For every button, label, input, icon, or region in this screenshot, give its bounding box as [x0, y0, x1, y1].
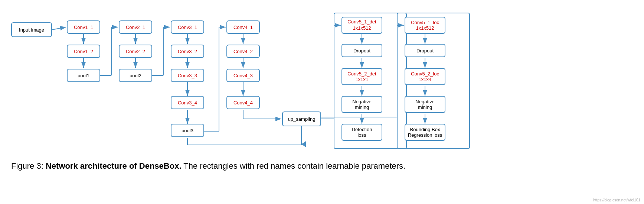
conv3-4-label: Conv3_4 [178, 100, 197, 106]
conv1-1-label: Conv1_1 [74, 25, 93, 30]
figure-label: Figure 3: [11, 161, 43, 171]
conv1-2-label: Conv1_2 [74, 49, 93, 54]
pool1-label: pool1 [78, 73, 89, 78]
pool2-label: pool2 [130, 73, 141, 78]
conv5-1-det-label: Conv5_1_det 1x1x512 [347, 19, 376, 32]
conv4-3-label: Conv4_3 [233, 73, 253, 78]
conv4-3-node: Conv4_3 [226, 69, 260, 82]
detection-loss-label: Detection loss [352, 127, 372, 138]
bb-regression-loss-label: Bounding Box Regression loss [408, 127, 442, 138]
up-sampling-label: up_sampling [288, 116, 316, 122]
conv3-1-label: Conv3_1 [178, 25, 197, 30]
conv2-1-node: Conv2_1 [119, 20, 152, 34]
input-image-label: Input image [19, 27, 44, 33]
dropout-det-label: Dropout [353, 48, 370, 54]
conv3-3-label: Conv3_3 [178, 73, 197, 78]
conv3-2-label: Conv3_2 [178, 49, 197, 54]
conv5-1-det-node: Conv5_1_det 1x1x512 [341, 17, 382, 34]
conv5-1-loc-label: Conv5_1_loc 1x1x512 [411, 20, 439, 31]
conv5-2-det-node: Conv5_2_det 1x1x1 [341, 68, 382, 85]
conv2-1-label: Conv2_1 [126, 25, 145, 30]
caption-area: Figure 3: Network architecture of DenseB… [0, 156, 644, 176]
conv4-1-label: Conv4_1 [233, 25, 253, 30]
figure-bold: Network architecture of DenseBox. [46, 161, 182, 171]
conv2-2-node: Conv2_2 [119, 45, 152, 58]
pool3-node: pool3 [171, 124, 204, 137]
neg-mining-loc-label: Negative mining [415, 99, 434, 110]
conv5-1-loc-node: Conv5_1_loc 1x1x512 [405, 17, 445, 34]
svg-line-1 [52, 27, 66, 30]
dropout-loc-node: Dropout [405, 44, 445, 57]
conv3-1-node: Conv3_1 [171, 20, 204, 34]
conv1-1-node: Conv1_1 [67, 20, 100, 34]
diagram-area: Input image Conv1_1 Conv1_2 pool1 Conv2_… [0, 0, 644, 156]
conv4-1-node: Conv4_1 [226, 20, 260, 34]
conv5-2-det-label: Conv5_2_det 1x1x1 [347, 71, 376, 82]
conv1-2-node: Conv1_2 [67, 45, 100, 58]
conv4-4-label: Conv4_4 [233, 100, 253, 106]
pool1-node: pool1 [67, 69, 100, 82]
input-image-node: Input image [11, 22, 52, 37]
up-sampling-node: up_sampling [282, 111, 321, 126]
conv3-3-node: Conv3_3 [171, 69, 204, 82]
neg-mining-loc-node: Negative mining [405, 96, 445, 113]
pool2-node: pool2 [119, 69, 152, 82]
dropout-loc-label: Dropout [416, 48, 434, 54]
conv4-2-node: Conv4_2 [226, 45, 260, 58]
conv4-4-node: Conv4_4 [226, 96, 260, 109]
neg-mining-det-label: Negative mining [352, 99, 371, 110]
conv4-2-label: Conv4_2 [233, 49, 253, 54]
conv2-2-label: Conv2_2 [126, 49, 145, 54]
dropout-det-node: Dropout [341, 44, 382, 57]
conv3-4-node: Conv3_4 [171, 96, 204, 109]
neg-mining-det-node: Negative mining [341, 96, 382, 113]
caption-figure: Figure 3: Network architecture of DenseB… [11, 161, 405, 171]
detection-loss-node: Detection loss [341, 124, 382, 141]
watermark: https://blog.csdn.net/wfei101 [593, 198, 640, 202]
bb-regression-loss-node: Bounding Box Regression loss [405, 124, 445, 141]
conv5-2-loc-node: Conv5_2_loc 1x1x4 [405, 68, 445, 85]
pool3-label: pool3 [182, 128, 193, 133]
caption-rest: The rectangles with red names contain le… [183, 161, 405, 171]
conv3-2-node: Conv3_2 [171, 45, 204, 58]
conv5-2-loc-label: Conv5_2_loc 1x1x4 [411, 71, 439, 82]
